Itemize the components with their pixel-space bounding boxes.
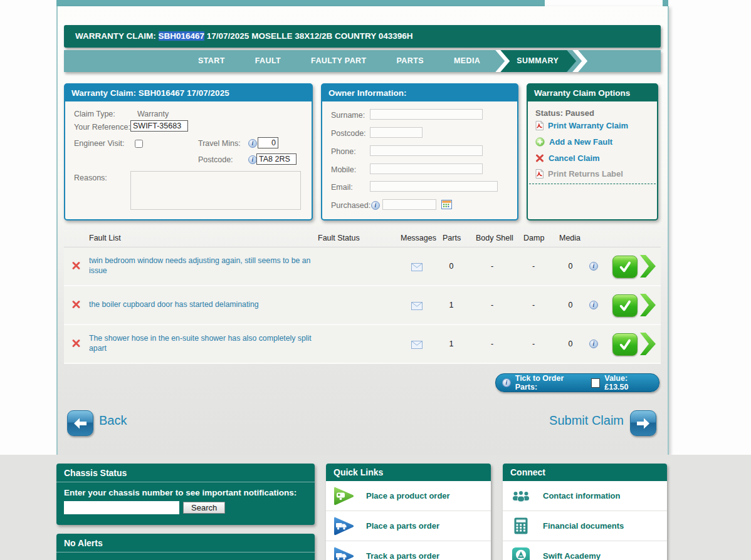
submit-claim-button[interactable] (630, 410, 656, 436)
arrow-right-icon (636, 417, 650, 430)
print-returns-label-link[interactable]: Print Returns Label (535, 169, 623, 179)
parts-count: 0 (440, 262, 463, 271)
owner-information-panel: Owner Information: Surname: Postcode: Ph… (321, 83, 518, 220)
col-media: Media (559, 234, 580, 242)
email-input[interactable] (370, 181, 498, 192)
owner-postcode-input[interactable] (370, 127, 423, 138)
delete-fault-icon[interactable] (71, 261, 81, 272)
track-parts-arrow-icon (332, 545, 356, 560)
mobile-input[interactable] (370, 163, 483, 174)
surname-label: Surname: (331, 111, 365, 120)
travel-mins-input[interactable] (258, 137, 278, 148)
connect-financial-documents[interactable]: Financial documents (503, 511, 667, 541)
print-warranty-claim-label: Print Warranty Claim (548, 121, 628, 130)
tab-start[interactable]: START (183, 50, 240, 72)
options-dashed-divider (529, 184, 656, 184)
back-label[interactable]: Back (99, 413, 127, 428)
product-order-arrow-icon (332, 485, 356, 507)
pdf-icon (535, 121, 544, 130)
pdf-icon (535, 169, 544, 179)
messages-envelope-icon[interactable] (411, 301, 423, 313)
alerts-panel: No Alerts (56, 534, 315, 560)
chassis-number-input[interactable] (64, 501, 179, 514)
open-fault-arrow-icon[interactable] (639, 254, 657, 281)
surname-input[interactable] (370, 109, 483, 120)
connect-contact-information[interactable]: Contact information (503, 481, 667, 511)
quick-links-title: Quick Links (326, 464, 491, 481)
fault-table-header: Fault List Fault Status Messages Parts B… (64, 231, 661, 247)
cancel-claim-link[interactable]: Cancel Claim (535, 153, 600, 163)
engineer-visit-label: Engineer Visit: (74, 139, 124, 148)
claim-options-panel: Warranty Claim Options Status: Paused Pr… (527, 83, 658, 220)
warranty-claim-panel-title: Warranty Claim: SBH016467 17/07/2025 (65, 85, 312, 101)
open-fault-arrow-icon[interactable] (639, 332, 657, 358)
quick-link-parts-order[interactable]: Place a parts order (326, 511, 491, 541)
calendar-icon[interactable] (441, 199, 452, 212)
print-warranty-claim-link[interactable]: Print Warranty Claim (535, 121, 628, 130)
body-shell-value: - (481, 340, 503, 348)
tab-fault[interactable]: FAULT (240, 50, 296, 72)
delete-fault-icon[interactable] (71, 300, 81, 311)
reasons-textarea[interactable] (130, 171, 301, 210)
damp-value: - (522, 301, 545, 309)
back-button[interactable] (67, 410, 93, 436)
fault-info-icon[interactable]: i (589, 340, 598, 348)
col-damp: Damp (523, 234, 544, 242)
connect-link-label: Contact information (543, 491, 621, 500)
tab-media[interactable]: MEDIA (439, 50, 495, 72)
quick-link-label: Place a parts order (366, 521, 439, 531)
calculator-icon (509, 517, 533, 534)
order-parts-checkbox[interactable] (591, 378, 601, 388)
alerts-title: No Alerts (56, 534, 315, 552)
fault-description-link[interactable]: The shower hose in the en-suite shower h… (89, 334, 315, 354)
order-parts-info-icon[interactable]: i (502, 378, 511, 387)
claim-postcode-input[interactable] (256, 153, 297, 165)
messages-envelope-icon[interactable] (411, 262, 423, 274)
navbar-spacer (64, 50, 183, 72)
fault-complete-button[interactable] (612, 294, 638, 317)
damp-value: - (522, 340, 545, 348)
red-x-icon (535, 154, 544, 162)
tab-summary-active[interactable]: SUMMARY (500, 50, 576, 72)
fault-info-icon[interactable]: i (589, 262, 598, 271)
fault-info-icon[interactable]: i (589, 301, 598, 309)
add-new-fault-link[interactable]: Add a New Fault (535, 137, 612, 147)
chassis-prompt: Enter your chassis number to see importa… (56, 482, 315, 501)
tab-parts[interactable]: PARTS (382, 50, 439, 72)
claim-type-value: Warranty (137, 110, 169, 118)
fault-description-link[interactable]: the boiler cupboard door has started del… (89, 300, 315, 310)
submit-claim-label[interactable]: Submit Claim (549, 413, 624, 428)
add-new-fault-label: Add a New Fault (549, 137, 612, 147)
tab-faulty-part[interactable]: FAULTY PART (296, 50, 381, 72)
claim-title-suffix: 17/07/2025 MOSELLE 38X12/2B COUNTRY 0433… (204, 31, 412, 41)
purchased-info-icon[interactable]: i (371, 201, 380, 210)
media-count: 0 (559, 262, 582, 271)
fault-complete-button[interactable] (612, 333, 638, 356)
quick-link-track-order[interactable]: Track a parts order (326, 541, 491, 560)
purchased-date-input[interactable] (382, 199, 436, 210)
print-returns-label-text: Print Returns Label (548, 169, 623, 179)
owner-panel-title: Owner Information: (322, 85, 517, 101)
order-parts-label: Tick to Order Parts: (515, 374, 587, 391)
chassis-search-button[interactable]: Search (183, 502, 225, 514)
engineer-visit-checkbox[interactable] (135, 140, 143, 148)
connect-swift-academy[interactable]: Swift Academy (503, 541, 667, 560)
fault-complete-button[interactable] (612, 256, 638, 278)
wizard-navbar: START FAULT FAULTY PART PARTS MEDIA SUMM… (64, 50, 661, 72)
your-reference-input[interactable] (130, 120, 188, 132)
quick-link-product-order[interactable]: Place a product order (326, 481, 491, 511)
open-fault-arrow-icon[interactable] (639, 293, 657, 319)
media-count: 0 (559, 340, 582, 348)
delete-fault-icon[interactable] (71, 339, 81, 350)
postcode-info-icon[interactable]: i (248, 155, 257, 164)
people-icon (509, 490, 533, 502)
claim-title-prefix: WARRANTY CLAIM: (75, 31, 159, 41)
travel-mins-info-icon[interactable]: i (248, 139, 257, 148)
connect-link-label: Financial documents (543, 521, 624, 531)
media-count: 0 (559, 301, 582, 309)
col-fault-list: Fault List (89, 234, 121, 242)
phone-input[interactable] (370, 145, 483, 156)
fault-description-link[interactable]: twin bedroom window needs adjusting agai… (89, 256, 315, 276)
chassis-status-title: Chassis Status (56, 464, 315, 482)
messages-envelope-icon[interactable] (411, 340, 423, 351)
